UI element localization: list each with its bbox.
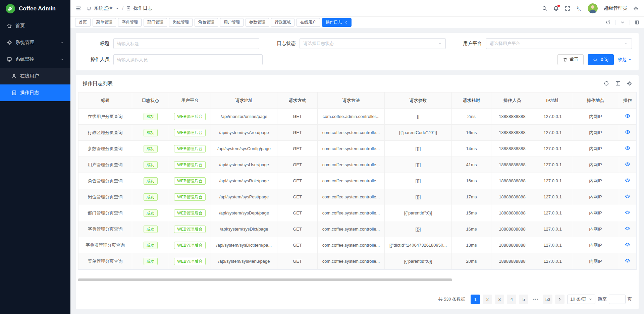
sidebar-item-online-users[interactable]: 在线用户 <box>0 68 70 84</box>
view-detail-eye-icon[interactable] <box>625 129 630 135</box>
tab-config-management[interactable]: 参数管理 <box>246 18 269 27</box>
page-size-select[interactable]: 10 条/页 <box>567 295 595 304</box>
status-badge: 成功 <box>144 226 158 233</box>
scrollbar-thumb[interactable] <box>78 278 452 281</box>
jump-page-input[interactable] <box>609 295 626 304</box>
sidebar-item-operation-logs[interactable]: 操作日志 <box>0 84 70 101</box>
sidebar-item-system-monitor[interactable]: 系统监控 <box>0 51 70 68</box>
cell-operation <box>619 125 636 141</box>
sidebar-item-system-management[interactable]: 系统管理 <box>0 34 70 51</box>
view-detail-eye-icon[interactable] <box>625 226 630 231</box>
platform-select[interactable]: 请选择用户平台 <box>486 38 632 49</box>
breadcrumb-parent[interactable]: 系统监控 <box>94 5 113 11</box>
cell-location: 内网IP <box>572 237 619 253</box>
cell-duration: 13ms <box>452 237 491 253</box>
cell-duration: 15ms <box>452 205 491 221</box>
content: 标题 日志状态 请选择日志状态 用户平台 <box>70 28 644 314</box>
cell-status: 成功 <box>132 157 169 173</box>
notification-bell-icon[interactable] <box>553 6 559 11</box>
page-button-2[interactable]: 2 <box>483 295 492 304</box>
tab-user-management[interactable]: 用户管理 <box>220 18 244 27</box>
tab-home[interactable]: 首页 <box>75 18 91 27</box>
cell-handler: com.coffee.system.controlle... <box>318 221 385 237</box>
view-detail-eye-icon[interactable] <box>625 210 630 215</box>
page-button-1[interactable]: 1 <box>471 295 480 304</box>
tabbar: 首页 菜单管理 字典管理 部门管理 岗位管理 角色管理 用户管理 参数管理 行政… <box>70 17 644 28</box>
view-detail-eye-icon[interactable] <box>625 258 630 263</box>
search-icon[interactable] <box>542 6 547 11</box>
column-settings-gear-icon[interactable] <box>627 81 632 86</box>
jump-prefix: 跳至 <box>598 296 607 302</box>
platform-badge: WEB管理后台 <box>174 145 205 152</box>
reset-button[interactable]: 重置 <box>557 54 584 65</box>
fullscreen-icon[interactable] <box>565 6 570 11</box>
chevron-down-icon[interactable] <box>620 20 625 25</box>
tab-dept-management[interactable]: 部门管理 <box>144 18 167 27</box>
sidebar-item-home[interactable]: 首页 <box>0 17 70 34</box>
col-ip: IP地址 <box>533 92 572 109</box>
cell-url: /api/system/sysRole/page <box>211 173 277 189</box>
collapse-link[interactable]: 收起 <box>618 57 632 63</box>
cell-platform: WEB管理后台 <box>169 125 211 141</box>
tab-online-users[interactable]: 在线用户 <box>297 18 320 27</box>
app-root: Coffee Admin 首页 系统管理 系统监控 在线用户 <box>0 0 644 314</box>
view-detail-eye-icon[interactable] <box>625 242 630 247</box>
table-card-header: 操作日志列表 <box>76 75 639 92</box>
platform-badge: WEB管理后台 <box>174 177 205 185</box>
close-icon[interactable] <box>344 20 348 24</box>
query-button[interactable]: 查询 <box>588 54 614 65</box>
title-input[interactable] <box>117 41 256 46</box>
page-button-3[interactable]: 3 <box>495 295 504 304</box>
main-area: 系统监控 / 操作日志 文A <box>70 0 644 314</box>
tab-post-management[interactable]: 岗位管理 <box>169 18 193 27</box>
cell-handler: com.coffee.system.controlle... <box>318 205 385 221</box>
tab-role-management[interactable]: 角色管理 <box>195 18 218 27</box>
cell-ip: 127.0.0.1 <box>533 109 572 125</box>
translate-icon[interactable]: 文A <box>576 6 582 11</box>
avatar[interactable] <box>588 3 598 13</box>
status-select[interactable]: 请选择日志状态 <box>300 38 445 49</box>
operation-log-table: 标题 日志状态 用户平台 请求地址 请求方式 请求方法 请求参数 请求耗时 操作… <box>78 92 636 269</box>
topbar: 系统监控 / 操作日志 文A <box>70 0 644 17</box>
tabbar-tools <box>606 20 639 25</box>
trash-icon <box>563 57 568 62</box>
user-name[interactable]: 超级管理员 <box>604 5 627 11</box>
page-ellipsis[interactable]: ••• <box>531 297 540 302</box>
operator-input[interactable] <box>117 57 259 62</box>
chevron-down-icon <box>624 42 628 46</box>
view-detail-eye-icon[interactable] <box>625 145 630 151</box>
view-detail-eye-icon[interactable] <box>625 162 630 167</box>
refresh-icon[interactable] <box>606 20 610 25</box>
view-detail-eye-icon[interactable] <box>625 194 630 199</box>
chevron-down-icon <box>60 41 64 45</box>
layout-icon[interactable] <box>635 20 639 25</box>
cell-duration: 41ms <box>452 157 491 173</box>
chevron-up-icon <box>60 57 64 61</box>
cell-operation <box>619 237 636 253</box>
col-url: 请求地址 <box>211 92 277 109</box>
sidebar-item-label: 系统管理 <box>15 40 34 46</box>
next-page-button[interactable] <box>555 295 565 304</box>
cell-params: [{"parentId":0}] <box>385 253 452 269</box>
refresh-icon[interactable] <box>604 81 609 86</box>
cell-handler: com.coffee.system.controlle... <box>318 237 385 253</box>
page-button-53[interactable]: 53 <box>543 295 552 304</box>
tab-operation-logs[interactable]: 操作日志 <box>322 18 352 27</box>
table-row: 用户管理分页查询 成功 WEB管理后台 /api/system/sysUser/… <box>78 157 636 173</box>
settings-gear-icon[interactable] <box>633 6 639 11</box>
page-button-4[interactable]: 4 <box>507 295 516 304</box>
tab-dict-management[interactable]: 字典管理 <box>118 18 142 27</box>
density-icon[interactable] <box>615 81 621 86</box>
tab-area-management[interactable]: 行政区域 <box>271 18 294 27</box>
tab-menu-management[interactable]: 菜单管理 <box>93 18 116 27</box>
view-detail-eye-icon[interactable] <box>625 113 630 119</box>
menu-fold-icon[interactable] <box>76 6 81 11</box>
page-button-5[interactable]: 5 <box>519 295 528 304</box>
breadcrumb: 系统监控 / 操作日志 <box>87 5 152 11</box>
document-icon <box>126 6 131 11</box>
cell-operator: 18888888888 <box>491 125 533 141</box>
cell-url: /api/system/sysArea/page <box>211 125 277 141</box>
view-detail-eye-icon[interactable] <box>625 178 630 183</box>
chevron-down-icon[interactable] <box>115 6 119 10</box>
jump-to-page: 跳至 页 <box>598 295 632 304</box>
